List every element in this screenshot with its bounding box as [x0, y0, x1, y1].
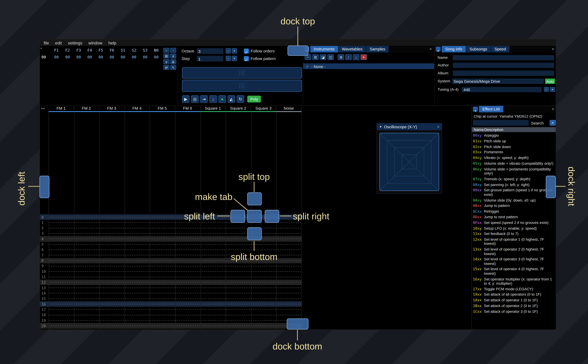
pattern-row[interactable]: 10: [40, 269, 302, 274]
effect-list-close-button[interactable]: ×: [552, 106, 554, 112]
play-pattern-button[interactable]: ◎: [191, 95, 199, 103]
order-cell[interactable]: 00: [73, 55, 84, 59]
song-album-input[interactable]: [453, 71, 554, 76]
pattern-row[interactable]: 0: [40, 214, 302, 220]
tab-samples[interactable]: Samples: [366, 46, 389, 52]
split-right-target[interactable]: [265, 210, 279, 223]
tab-speed[interactable]: Speed: [491, 46, 509, 52]
pattern-row[interactable]: 3: [40, 231, 302, 236]
tab-effect-list[interactable]: Effect List: [479, 106, 503, 112]
dock-top-target[interactable]: [287, 46, 308, 56]
order-cell[interactable]: 00: [151, 55, 162, 59]
channel-header-square-1[interactable]: Square 1: [200, 106, 226, 112]
tab-instruments[interactable]: Instruments: [310, 46, 338, 52]
pattern-row[interactable]: 4: [40, 236, 302, 242]
move-instrument-up-button[interactable]: ↑: [345, 54, 352, 60]
tuning-decrease-button[interactable]: -: [544, 87, 549, 92]
pattern-row[interactable]: 18: [40, 312, 302, 318]
pattern-row[interactable]: 2: [40, 225, 302, 231]
delete-instrument-button[interactable]: ×: [360, 54, 367, 60]
pattern-row[interactable]: 5: [40, 242, 302, 247]
order-cell[interactable]: 00: [128, 55, 139, 59]
menu-item-window[interactable]: window: [88, 40, 102, 45]
move-order-up-button[interactable]: ∧: [170, 53, 176, 58]
make-tab-target[interactable]: [247, 210, 262, 223]
channel-header-square-2[interactable]: Square 2: [226, 106, 251, 112]
menu-item-edit[interactable]: edit: [55, 40, 62, 45]
oscilloscope-close-button[interactable]: ×: [437, 124, 439, 129]
dock-bottom-target[interactable]: [287, 318, 309, 329]
order-cell[interactable]: 00: [51, 55, 62, 59]
order-cell[interactable]: 00: [118, 55, 128, 59]
play-button[interactable]: ▶: [182, 95, 190, 103]
pattern-row[interactable]: 16: [40, 301, 302, 307]
order-cell[interactable]: 00: [139, 55, 151, 59]
pattern-row[interactable]: 12: [40, 280, 302, 285]
move-instrument-down-button[interactable]: ↓: [353, 54, 359, 60]
octave-increase-button[interactable]: +: [232, 48, 237, 53]
repeat-pattern-button[interactable]: ↻: [237, 95, 244, 103]
save-instrument-button[interactable]: ◫: [327, 54, 334, 60]
collapse-button[interactable]: ▼: [436, 47, 441, 52]
octave-decrease-button[interactable]: -: [226, 48, 231, 53]
pattern-row[interactable]: 11: [40, 274, 302, 280]
effect-list-menu-button[interactable]: ≡: [550, 120, 556, 126]
split-top-target[interactable]: [247, 192, 262, 205]
poly-toggle-button[interactable]: Poly: [247, 96, 261, 103]
effect-search-input[interactable]: [473, 120, 529, 126]
song-name-input[interactable]: [453, 55, 554, 60]
edit-record-button[interactable]: ●: [218, 95, 226, 103]
pattern-expand-toggle[interactable]: ++: [40, 106, 49, 112]
song-info-close-button[interactable]: ×: [552, 46, 554, 52]
tab-wavetables[interactable]: Wavetables: [338, 46, 366, 52]
follow-orders-checkbox[interactable]: ✓: [244, 49, 249, 53]
channel-header-fm-2[interactable]: FM 2: [74, 106, 99, 112]
pattern-row[interactable]: 17: [40, 307, 302, 312]
duplicate-order-to-end-button[interactable]: ⇊: [170, 59, 176, 64]
channel-header-fm-5[interactable]: FM 5: [150, 106, 175, 112]
step-one-row-button[interactable]: ↓: [209, 95, 217, 103]
system-auto-button[interactable]: Auto: [545, 79, 555, 84]
channel-header-fm-1[interactable]: FM 1: [49, 106, 74, 112]
step-decrease-button[interactable]: -: [226, 56, 231, 61]
oscilloscope-title-bar[interactable]: ▼ Oscilloscope (X-Y) ×: [377, 123, 442, 130]
order-cell[interactable]: 00: [106, 55, 118, 59]
song-author-input[interactable]: [453, 63, 554, 68]
octave-input[interactable]: [197, 48, 224, 54]
tuning-input[interactable]: [462, 87, 542, 92]
channel-header-fm-4[interactable]: FM 4: [125, 106, 150, 112]
instrument-folders-button[interactable]: ≣: [338, 54, 344, 60]
order-edit-mode-button[interactable]: ⇖: [170, 65, 176, 70]
split-left-target[interactable]: [231, 210, 245, 223]
tab-subsongs[interactable]: Subsongs: [466, 46, 491, 52]
play-from-cursor-button[interactable]: ⇥: [200, 95, 208, 103]
collapse-button[interactable]: ▼: [473, 107, 478, 112]
pattern-row[interactable]: 1: [40, 220, 302, 225]
pattern-row[interactable]: 14: [40, 291, 302, 296]
add-order-button[interactable]: +: [163, 48, 170, 53]
piano-keyboard-upper[interactable]: [182, 67, 302, 79]
step-increase-button[interactable]: +: [232, 56, 237, 61]
tab-song-info[interactable]: Song Info: [442, 46, 466, 52]
tuning-increase-button[interactable]: +: [550, 87, 555, 92]
dock-right-target[interactable]: [546, 176, 556, 198]
pattern-row[interactable]: 19: [40, 318, 302, 323]
order-cell[interactable]: 00: [95, 55, 106, 59]
menu-item-file[interactable]: file: [44, 40, 49, 45]
order-cell[interactable]: 00: [62, 55, 73, 59]
order-change-mode-button[interactable]: ⇄: [163, 65, 170, 70]
pattern-row[interactable]: 9: [40, 263, 302, 269]
menu-item-settings[interactable]: settings: [68, 40, 82, 45]
move-order-down-button[interactable]: ∨: [163, 59, 170, 64]
channel-header-square-3[interactable]: Square 3: [251, 106, 276, 112]
remove-order-button[interactable]: −: [170, 48, 176, 53]
duplicate-instrument-button[interactable]: ⊞: [312, 54, 319, 60]
metronome-button[interactable]: ◭: [228, 95, 235, 103]
step-input[interactable]: [197, 56, 224, 61]
order-row-index[interactable]: 00: [41, 55, 46, 59]
system-input[interactable]: [452, 79, 544, 84]
split-bottom-target[interactable]: [247, 227, 262, 240]
duplicate-order-button[interactable]: ⊞: [163, 53, 170, 58]
pattern-row[interactable]: 13: [40, 285, 302, 291]
piano-keyboard-lower[interactable]: [182, 80, 302, 92]
